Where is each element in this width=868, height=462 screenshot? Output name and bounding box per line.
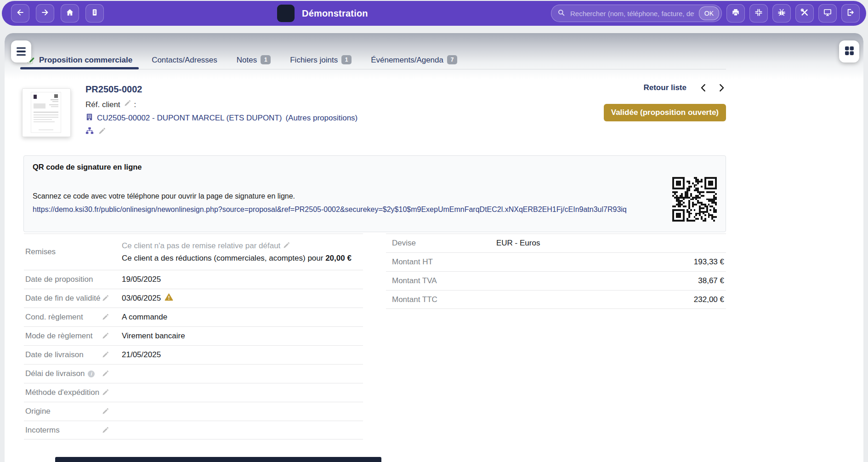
grid-icon [845,46,854,57]
qr-code-image [672,177,717,222]
document-preview-sketch [31,92,61,132]
status-badge: Validée (proposition ouverte) [604,104,726,121]
row-value: 21/05/2025 [122,350,363,359]
ref-client-label: Réf. client [85,100,120,109]
qr-instruction: Scannez ce code avec votre téléphone pou… [33,192,295,200]
table-row-date-livraison: Date de livraison 21/05/2025 [24,345,363,364]
brand: Démonstration [277,5,368,22]
home-button[interactable] [61,4,79,23]
edit-pencil-icon[interactable] [102,427,109,434]
logout-icon [846,8,855,19]
search-input[interactable] [569,9,695,18]
edit-pencil-icon[interactable] [102,389,109,396]
table-row-devise: Devise EUR - Euros [386,234,726,252]
row-label: Méthode d'expédition [24,388,122,397]
row-label: Devise [386,239,496,248]
logout-button[interactable] [841,4,860,23]
customer-ref-line: Réf. client : [85,100,136,109]
row-label: Date de proposition [24,275,122,284]
back-button[interactable] [11,4,29,23]
tab-count-badge: 7 [447,55,457,64]
tab-contacts-adresses[interactable]: Contacts/Adresses [145,51,224,69]
edit-pencil-icon[interactable] [102,351,109,359]
tab-label: Événements/Agenda [371,56,443,65]
edit-pencil-icon[interactable] [124,100,131,109]
tab-proposition-commerciale[interactable]: Proposition commerciale [20,51,139,69]
tab-fichiers-joints[interactable]: Fichiers joints 1 [284,51,358,69]
table-row-methode-expedition: Méthode d'expédition [24,383,363,402]
sitemap-icon[interactable] [85,127,94,137]
row-label: Montant HT [386,257,496,267]
nav-history-buttons [11,4,104,23]
signature-url-link[interactable]: https://demo.ksi30.fr/public/onlinesign/… [33,205,627,214]
tab-bar: Proposition commerciale Contacts/Adresse… [20,51,464,69]
warning-icon [165,293,173,304]
row-label: Remises [24,247,122,257]
tab-label: Fichiers joints [290,56,338,65]
tools-button[interactable] [795,4,814,23]
search-ok-button[interactable]: OK [699,6,719,20]
table-row-mode-reglement: Mode de règlement Virement bancaire [24,326,363,345]
layout-grid-button[interactable] [839,40,859,63]
table-row-montant-ttc: Montant TTC 232,00 € [386,290,726,309]
list-navigation: Retour liste [643,83,726,92]
global-search: OK [551,5,722,22]
tab-count-badge: 1 [341,55,352,64]
forward-button[interactable] [36,4,54,23]
fullscreen-button[interactable] [749,4,768,23]
info-icon: i [88,371,95,377]
screen-button[interactable] [818,4,837,23]
proposal-reference: PR2505-0002 [85,84,142,95]
remises-value: Ce client n'a pas de remise relative par… [122,237,352,267]
row-label: Montant TVA [386,276,496,285]
tab-evenements-agenda[interactable]: Événements/Agenda 7 [364,51,464,69]
row-value: 38,67 € [496,276,726,285]
table-row-cond-reglement: Cond. règlement A commande [24,308,363,326]
debug-button[interactable] [772,4,791,23]
tab-label: Contacts/Adresses [152,56,217,65]
customer-link[interactable]: CU2505-00002 - DUPONT MARCEL (ETS DUPONT… [97,114,282,123]
edit-pencil-icon[interactable] [102,332,109,340]
arrow-right-icon [40,8,50,19]
row-value: 19/05/2025 [122,275,363,284]
linked-objects-icons [85,127,106,137]
tab-label: Proposition commerciale [39,56,132,65]
proposal-details-table: Remises Ce client n'a pas de remise rela… [24,234,363,439]
building-icon [85,113,93,123]
edit-pencil-icon[interactable] [98,127,106,137]
row-label: Origine [24,407,122,416]
row-value: 03/06/2025 [122,293,363,304]
back-to-list-link[interactable]: Retour liste [643,83,686,92]
document-icon [90,8,99,19]
menu-toggle-button[interactable] [11,40,31,63]
table-row-delai-livraison: Délai de livraison i [24,364,363,383]
search-icon [557,8,566,19]
table-row-date-fin-validite: Date de fin de validité 03/06/2025 [24,289,363,308]
documents-button[interactable] [85,4,104,23]
tab-count-badge: 1 [261,55,271,64]
edit-pencil-icon[interactable] [102,370,109,377]
edit-pencil-icon[interactable] [102,295,109,302]
home-icon [65,8,74,19]
customer-line: CU2505-00002 - DUPONT MARCEL (ETS DUPONT… [85,113,357,123]
next-record-button[interactable] [717,83,726,92]
edit-pencil-icon[interactable] [102,408,109,415]
table-row-montant-ht: Montant HT 193,33 € [386,252,726,271]
edit-pencil-icon[interactable] [283,242,290,249]
table-row-origine: Origine [24,402,363,421]
row-label: Cond. règlement [24,313,122,322]
other-proposals-link[interactable]: (Autres propositions) [285,114,357,123]
previous-record-button[interactable] [699,83,708,92]
row-label: Délai de livraison i [24,369,122,378]
tab-notes[interactable]: Notes 1 [230,51,277,69]
app-title: Démonstration [302,8,368,19]
print-button[interactable] [726,4,745,23]
table-row-montant-tva: Montant TVA 38,67 € [386,271,726,290]
table-row-date-proposition: Date de proposition 19/05/2025 [24,270,363,289]
company-logo [277,5,295,22]
document-thumbnail[interactable] [22,88,71,137]
row-label: Date de fin de validité [24,294,122,303]
top-navbar: Démonstration OK [2,1,866,26]
arrow-left-icon [16,8,25,19]
edit-pencil-icon[interactable] [102,314,109,321]
